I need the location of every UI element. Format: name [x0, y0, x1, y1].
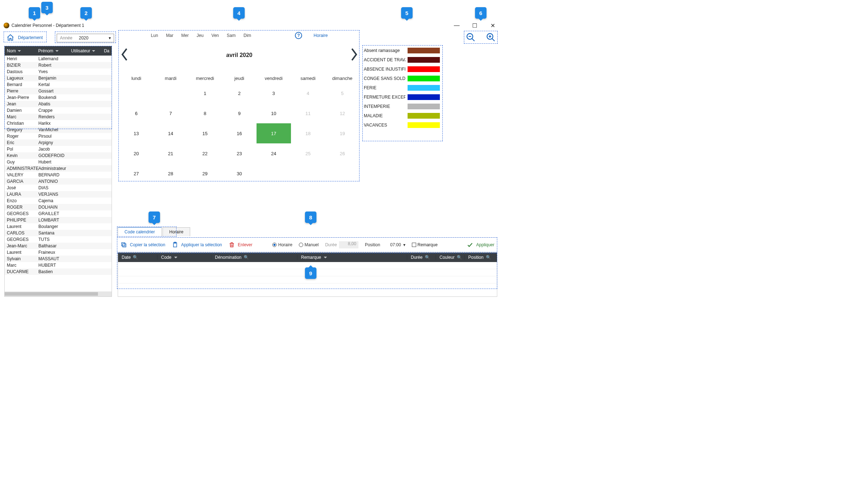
calendar-day[interactable]: 13	[119, 123, 154, 143]
calendar-day[interactable]: 3	[257, 83, 291, 103]
table-row[interactable]: LagueuxBenjamin	[5, 75, 112, 81]
zoom-out-button[interactable]	[466, 32, 476, 42]
calendar-day[interactable]: 6	[119, 103, 154, 123]
col-remarque[interactable]: Remarque⏷	[297, 255, 407, 260]
table-row[interactable]: GEORGESGRAILLET	[5, 210, 112, 217]
search-icon[interactable]: 🔍	[457, 255, 462, 260]
table-row[interactable]: PierreGossart	[5, 88, 112, 94]
table-row[interactable]: BIZIERRobert	[5, 62, 112, 68]
calendar-day[interactable]: 25	[291, 143, 325, 163]
col-prenom[interactable]: Prénom⏷	[36, 48, 69, 53]
filter-icon[interactable]: ⏷	[174, 255, 178, 260]
calendar-day[interactable]: 15	[188, 123, 222, 143]
table-row[interactable]: SylvainMASSAUT	[5, 256, 112, 262]
calendar-day[interactable]: 20	[119, 143, 154, 163]
col-couleur[interactable]: Couleur🔍	[436, 255, 465, 260]
duration-input[interactable]: 8,00	[339, 241, 358, 248]
table-row[interactable]: EnzoCajema	[5, 198, 112, 204]
remark-checkbox[interactable]: Remarque	[412, 242, 438, 247]
table-row[interactable]: DastousYves	[5, 68, 112, 75]
calendar-day[interactable]: 21	[154, 143, 188, 163]
tab-code-calendrier[interactable]: Code calendrier	[118, 227, 162, 236]
table-row[interactable]: LAURAVERJANS	[5, 191, 112, 198]
table-row[interactable]: ADMINISTRATEURAdministrateur	[5, 165, 112, 172]
calendar-day[interactable]: 14	[154, 123, 188, 143]
calendar-day[interactable]: 7	[154, 103, 188, 123]
table-row[interactable]: GARCIAANTONIO	[5, 178, 112, 185]
table-row[interactable]: ChristianHarikx	[5, 120, 112, 127]
calendar-day[interactable]: 18	[291, 123, 325, 143]
calendar-day[interactable]: 27	[119, 163, 154, 184]
apply-button[interactable]: Appliquer	[467, 242, 494, 248]
calendar-day[interactable]: 29	[188, 163, 222, 184]
calendar-day[interactable]: 28	[154, 163, 188, 184]
table-row[interactable]: DamienCrappe	[5, 107, 112, 114]
table-row[interactable]: JeanAbatis	[5, 101, 112, 107]
table-row[interactable]: CARLOSSantana	[5, 230, 112, 236]
calendar-day[interactable]: 10	[257, 103, 291, 123]
table-row[interactable]: KevinGODEFROID	[5, 152, 112, 159]
copy-selection-button[interactable]: Copier la sélection	[121, 242, 165, 248]
table-row[interactable]: DUCARMEBastien	[5, 268, 112, 275]
table-row[interactable]: PHILIPPELOMBART	[5, 217, 112, 223]
table-row[interactable]: RogerPirsoul	[5, 133, 112, 139]
calendar-day[interactable]: 19	[325, 123, 359, 143]
tab-horaire[interactable]: Horaire	[163, 227, 190, 236]
col-da[interactable]: Da	[102, 48, 112, 53]
table-row[interactable]: ROGERDOLHAIN	[5, 204, 112, 210]
col-utilisateur[interactable]: Utilisateur⏷	[69, 48, 102, 53]
calendar-day[interactable]: 8	[188, 103, 222, 123]
search-icon[interactable]: 🔍	[133, 255, 138, 260]
table-row[interactable]: Jean-MarcBalthasar	[5, 243, 112, 249]
calendar-day[interactable]: 30	[222, 163, 257, 184]
table-row[interactable]: GuyHubert	[5, 159, 112, 165]
calendar-day[interactable]: 12	[325, 103, 359, 123]
col-denomination[interactable]: Dénomination🔍	[211, 255, 297, 260]
horizontal-scrollbar[interactable]	[5, 291, 112, 296]
col-nom[interactable]: Nom⏷	[5, 48, 36, 53]
zoom-in-button[interactable]	[486, 32, 496, 42]
calendar-day[interactable]: 2	[222, 83, 257, 103]
filter-icon[interactable]: ⏷	[91, 48, 96, 53]
table-row[interactable]: JoséDIAS	[5, 185, 112, 191]
table-row[interactable]: EricArpigny	[5, 139, 112, 146]
remove-button[interactable]: Enlever	[229, 242, 253, 248]
horaire-link[interactable]: Horaire	[314, 33, 328, 38]
calendar-day[interactable]: 4	[291, 83, 325, 103]
table-row[interactable]: MarcHUBERT	[5, 262, 112, 268]
calendar-grid[interactable]: 1234567891011121314151617181920212223242…	[119, 83, 359, 184]
filter-icon[interactable]: ⏷	[323, 255, 328, 260]
close-button[interactable]: ✕	[487, 21, 498, 30]
calendar-day[interactable]: 24	[257, 143, 291, 163]
minimize-button[interactable]: —	[451, 21, 462, 30]
table-row[interactable]: GEORGESTUTS	[5, 236, 112, 243]
filter-icon[interactable]: ⏷	[17, 48, 22, 53]
radio-manuel[interactable]: Manuel	[299, 242, 319, 247]
calendar-day[interactable]: 11	[291, 103, 325, 123]
col-duree[interactable]: Durée🔍	[407, 255, 436, 260]
calendar-day[interactable]: 1	[188, 83, 222, 103]
calendar-day[interactable]: 17	[257, 123, 291, 143]
department-home-button[interactable]: Département	[4, 32, 45, 43]
calendar-day[interactable]: 23	[222, 143, 257, 163]
table-row[interactable]: Jean-PierreBoukendi	[5, 94, 112, 101]
next-month-button[interactable]	[349, 47, 359, 63]
table-row[interactable]: VALERYBERNARD	[5, 172, 112, 178]
apply-selection-button[interactable]: Appliquer la sélection	[172, 242, 222, 248]
search-icon[interactable]: 🔍	[244, 255, 249, 260]
radio-horaire[interactable]: Horaire	[272, 242, 292, 247]
calendar-day[interactable]: 16	[222, 123, 257, 143]
position-value[interactable]: 07:00	[382, 242, 401, 247]
col-code[interactable]: Code⏷	[158, 255, 211, 260]
col-position[interactable]: Position🔍	[465, 255, 497, 260]
col-date[interactable]: Date🔍	[118, 255, 158, 260]
calendar-day[interactable]: 5	[325, 83, 359, 103]
calendar-day[interactable]: 22	[188, 143, 222, 163]
table-row[interactable]: HenriLallemand	[5, 56, 112, 62]
year-select[interactable]: Année 2020 ▾	[57, 34, 114, 42]
search-icon[interactable]: 🔍	[425, 255, 430, 260]
table-row[interactable]: BernardKertal	[5, 81, 112, 88]
table-row[interactable]: MarcRenders	[5, 114, 112, 120]
prev-month-button[interactable]	[119, 47, 130, 63]
help-icon[interactable]: ?	[295, 32, 302, 39]
